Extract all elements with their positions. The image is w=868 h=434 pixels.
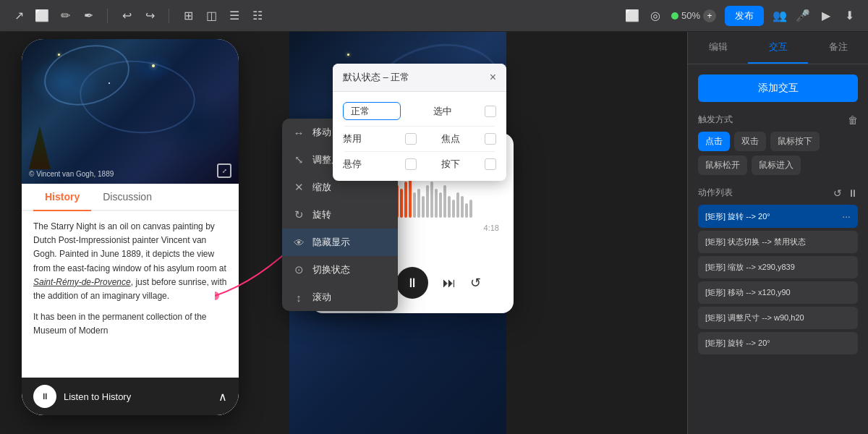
redo-icon[interactable]: ↪ [142,9,157,23]
preview-icon[interactable]: ⬜ [625,9,639,23]
align-left-icon[interactable]: ☰ [227,9,242,23]
state-panel-title: 默认状态 – 正常 [343,71,409,84]
menu-item-rotate[interactable]: ↻ 旋转 [282,201,398,229]
menu-item-visibility[interactable]: 👁 隐藏显示 [282,229,398,256]
trigger-mouseenter[interactable]: 鼠标进入 [752,156,801,175]
next-button[interactable]: ⏭ [443,276,456,291]
repeat-button[interactable]: ↺ [470,275,481,291]
action-item-4[interactable]: [矩形] 调整尺寸 --> w90,h20 [698,307,858,329]
action-icons: ↺ ⏸ [833,187,858,199]
grid-icon[interactable]: ⊞ [181,9,195,23]
body-text-1: The Starry Night is an oil on canvas pai… [33,220,227,303]
image-credit: © Vincent van Gogh, 1889 [29,170,114,178]
state-label-disabled: 禁用 [343,132,399,145]
footer-listen-text: Listen to History [64,391,211,402]
tab-history[interactable]: History [33,184,91,211]
state-panel-close-button[interactable]: × [490,71,496,84]
tab-notes[interactable]: 备注 [808,32,868,64]
menu-label-move: 移动 [312,126,331,139]
publish-button[interactable]: 发布 [725,6,764,26]
trigger-label: 触发方式 [698,114,733,126]
svg-point-0 [215,292,219,300]
trigger-trash-icon[interactable]: 🗑 [848,114,858,126]
action-item-0[interactable]: [矩形] 旋转 --> 20° ··· [698,205,858,228]
users-icon[interactable]: 👥 [773,9,787,23]
state-checkbox-press[interactable] [485,158,496,170]
action-pause-icon[interactable]: ⏸ [848,187,858,199]
chevron-up-icon[interactable]: ∧ [218,390,227,404]
mic-icon[interactable]: 🎤 [796,9,810,23]
action-list: [矩形] 旋转 --> 20° ··· [矩形] 状态切换 --> 禁用状态 [… [698,205,858,354]
trigger-mousedown[interactable]: 鼠标按下 [770,132,820,151]
trigger-mouseup[interactable]: 鼠标松开 [698,156,747,175]
state-input-normal[interactable] [343,102,401,120]
action-item-1[interactable]: [矩形] 状态切换 --> 禁用状态 [698,231,858,253]
action-more-0[interactable]: ··· [842,210,851,222]
state-panel-header: 默认状态 – 正常 × [333,64,506,92]
state-checkbox-focus[interactable] [485,133,496,145]
highlight-text: Saint-Rémy-de-Provence [33,277,131,287]
action-text-1: [矩形] 状态切换 --> 禁用状态 [705,237,806,247]
pencil-tool-icon[interactable]: ✒ [81,9,95,23]
download-icon[interactable]: ⬇ [842,9,856,23]
component-icon[interactable]: ◫ [204,9,218,23]
frame-tool-icon[interactable]: ⬜ [35,9,49,23]
sep1 [107,9,108,23]
menu-label-visibility: 隐藏显示 [312,236,350,249]
zoom-plus-button[interactable]: + [703,9,716,22]
state-checkbox-disabled[interactable] [405,133,417,145]
settings-icon[interactable]: ◎ [648,9,663,23]
tab-edit[interactable]: 编辑 [688,32,748,64]
action-item-3[interactable]: [矩形] 移动 --> x120,y90 [698,281,858,304]
pen-tool-icon[interactable]: ✏ [58,9,72,23]
right-panel: 编辑 交互 备注 添加交互 触发方式 🗑 点击 双击 鼠标按下 鼠标松开 鼠标进… [687,32,868,434]
zoom-badge: 50% + [671,9,716,22]
menu-label-toggle-state: 切换状态 [312,263,350,276]
phone-body: The Starry Night is an oil on canvas pai… [22,211,239,354]
canvas-area: © Vincent van Gogh, 1889 ⤢ History Discu… [0,32,687,434]
state-checkbox-selected[interactable] [485,106,496,117]
main-layout: © Vincent van Gogh, 1889 ⤢ History Discu… [0,32,868,434]
phone-star-1 [58,54,60,56]
menu-label-scale: 缩放 [312,181,331,194]
trigger-click[interactable]: 点击 [698,132,730,151]
menu-item-scroll[interactable]: ↕ 滚动 [282,284,398,311]
body-text-2: It has been in the permanent collection … [33,310,227,338]
footer-pause-button[interactable]: ⏸ [33,385,56,408]
tab-discussion[interactable]: Discussion [91,184,163,210]
state-checkbox-hover[interactable] [405,158,417,170]
fullscreen-icon[interactable]: ⤢ [217,163,231,178]
action-item-5[interactable]: [矩形] 旋转 --> 20° [698,332,858,354]
undo-icon[interactable]: ↩ [119,9,134,23]
state-label-press: 按下 [422,158,479,171]
move-icon: ↔ [292,127,305,139]
play-icon[interactable]: ▶ [819,9,833,23]
action-label: 动作列表 [698,187,733,199]
state-label-selected: 选中 [407,105,479,118]
action-text-0: [矩形] 旋转 --> 20° [705,211,770,222]
add-interact-button[interactable]: 添加交互 [698,75,858,102]
align-right-icon[interactable]: ☷ [250,9,265,23]
panel-body: 添加交互 触发方式 🗑 点击 双击 鼠标按下 鼠标松开 鼠标进入 动作列表 ↺ … [688,64,868,434]
phone-star-3 [109,82,110,84]
cursor-tool-icon[interactable]: ↗ [12,9,26,23]
menu-label-rotate: 旋转 [312,208,331,221]
toolbar-right: ⬜ ◎ 50% + 发布 👥 🎤 ▶ ⬇ [625,6,856,26]
tab-interact[interactable]: 交互 [748,32,808,64]
trigger-pills: 点击 双击 鼠标按下 鼠标松开 鼠标进入 [698,132,858,175]
play-pause-button[interactable]: ⏸ [396,267,428,299]
green-status-dot [671,12,678,20]
state-panel-body: 选中 禁用 焦点 悬停 按下 [333,92,506,181]
trigger-doubleclick[interactable]: 双击 [734,132,766,151]
action-item-2[interactable]: [矩形] 缩放 --> x290,y839 [698,256,858,278]
phone-tabs: History Discussion [22,184,239,211]
action-text-4: [矩形] 调整尺寸 --> w90,h20 [705,312,804,323]
menu-item-toggle-state[interactable]: ⊙ 切换状态 [282,256,398,284]
scale-icon: ✕ [292,181,305,194]
state-row-normal: 选中 [339,98,501,124]
action-refresh-icon[interactable]: ↺ [833,187,842,199]
phone-image: © Vincent van Gogh, 1889 ⤢ [22,39,239,184]
divider-2 [344,151,495,152]
top-toolbar: ↗ ⬜ ✏ ✒ ↩ ↪ ⊞ ◫ ☰ ☷ ⬜ ◎ 50% + 发布 👥 🎤 ▶ ⬇ [0,0,868,32]
phone-footer: ⏸ Listen to History ∧ [22,378,239,415]
